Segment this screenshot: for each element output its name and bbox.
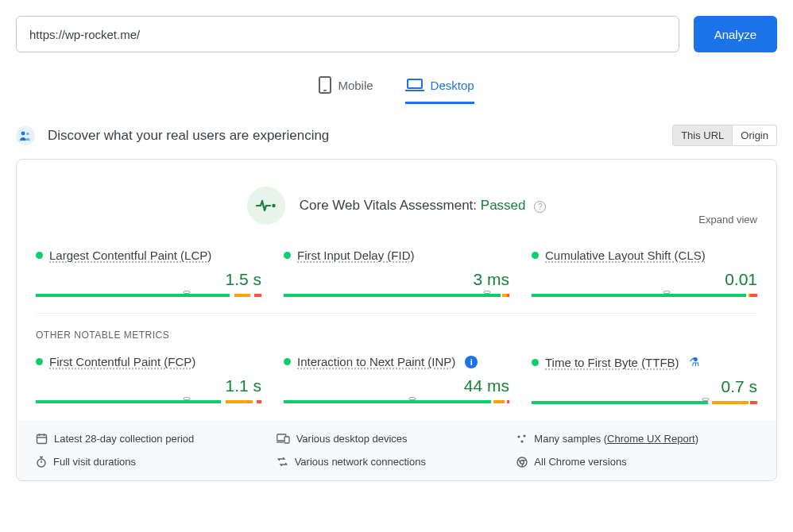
- vitals-footer: Latest 28-day collection period Various …: [17, 420, 776, 480]
- metric-value: 0.01: [532, 270, 757, 289]
- status-dot: [36, 252, 43, 259]
- discover-heading: Discover what your real users are experi…: [48, 128, 329, 144]
- tab-desktop[interactable]: Desktop: [405, 70, 474, 104]
- svg-rect-3: [405, 90, 424, 91]
- tab-mobile[interactable]: Mobile: [319, 70, 373, 104]
- vitals-card: Core Web Vitals Assessment: Passed ? Exp…: [16, 159, 777, 481]
- scope-origin-button[interactable]: Origin: [733, 125, 777, 146]
- distribution-bar: [36, 294, 261, 297]
- svg-point-14: [518, 435, 520, 438]
- scatter-icon: [516, 434, 528, 445]
- percentile-marker: [702, 398, 709, 401]
- url-input[interactable]: [16, 16, 679, 52]
- network-icon: [277, 457, 288, 467]
- svg-point-15: [524, 434, 526, 437]
- devices-icon: [277, 434, 290, 444]
- metric-value: 3 ms: [284, 270, 509, 289]
- metric-name[interactable]: First Input Delay (FID): [297, 249, 415, 262]
- distribution-bar: [284, 400, 509, 403]
- status-dot: [532, 252, 539, 259]
- help-icon[interactable]: ?: [534, 201, 546, 213]
- metric-value: 44 ms: [284, 376, 509, 395]
- footer-durations: Full visit durations: [36, 456, 277, 468]
- assessment-status: Passed: [481, 198, 526, 213]
- svg-point-6: [272, 204, 275, 207]
- percentile-marker: [408, 397, 416, 400]
- status-dot: [36, 358, 43, 365]
- svg-point-4: [21, 131, 25, 135]
- assessment-row: Core Web Vitals Assessment: Passed ? Exp…: [17, 160, 776, 234]
- assessment-label: Core Web Vitals Assessment: Passed ?: [300, 198, 546, 214]
- footer-network: Various network connections: [277, 456, 517, 468]
- svg-rect-1: [323, 90, 327, 91]
- calendar-icon: [36, 433, 48, 445]
- scope-segmented: This URL Origin: [672, 125, 777, 146]
- metric-value: 0.7 s: [532, 377, 757, 396]
- distribution-bar: [284, 294, 509, 297]
- footer-period: Latest 28-day collection period: [36, 433, 277, 445]
- distribution-bar: [532, 294, 757, 297]
- info-icon[interactable]: i: [465, 356, 478, 368]
- footer-browsers: All Chrome versions: [516, 456, 757, 468]
- metric-name[interactable]: Cumulative Layout Shift (CLS): [545, 249, 706, 262]
- footer-samples: Many samples (Chrome UX Report): [516, 433, 757, 445]
- metric-name[interactable]: First Contentful Paint (FCP): [49, 355, 195, 368]
- device-tabs: Mobile Desktop: [16, 70, 777, 104]
- footer-devices: Various desktop devices: [277, 433, 517, 445]
- metric-value: 1.1 s: [36, 376, 261, 395]
- status-dot: [284, 358, 291, 365]
- metric-fcp: First Contentful Paint (FCP)1.1 s: [36, 355, 261, 404]
- tab-mobile-label: Mobile: [338, 79, 373, 92]
- percentile-marker: [184, 397, 191, 400]
- core-metrics-grid: Largest Contentful Paint (LCP)1.5 s Firs…: [17, 234, 776, 313]
- chrome-icon: [516, 457, 528, 468]
- flask-icon: ⚗: [689, 355, 699, 369]
- status-dot: [532, 359, 539, 366]
- other-metrics-grid: First Contentful Paint (FCP)1.1 s Intera…: [17, 341, 776, 420]
- percentile-marker: [184, 291, 191, 294]
- metric-lcp: Largest Contentful Paint (LCP)1.5 s: [36, 249, 261, 297]
- metric-name[interactable]: Interaction to Next Paint (INP): [297, 355, 455, 368]
- phone-icon: [319, 76, 331, 94]
- laptop-icon: [405, 78, 424, 92]
- discover-row: Discover what your real users are experi…: [16, 125, 777, 146]
- users-icon: [16, 126, 35, 145]
- svg-point-5: [26, 132, 29, 135]
- metric-cls: Cumulative Layout Shift (CLS)0.01: [532, 249, 757, 297]
- expand-view-link[interactable]: Expand view: [698, 214, 757, 226]
- svg-rect-7: [37, 435, 47, 444]
- stopwatch-icon: [36, 456, 47, 468]
- svg-rect-12: [284, 437, 289, 443]
- url-bar: Analyze: [16, 16, 777, 52]
- distribution-bar: [532, 401, 757, 404]
- metric-ttfb: Time to First Byte (TTFB)⚗0.7 s: [532, 355, 757, 404]
- tab-desktop-label: Desktop: [431, 79, 474, 92]
- chrome-ux-report-link[interactable]: Chrome UX Report: [607, 433, 695, 445]
- metric-name[interactable]: Time to First Byte (TTFB): [545, 356, 679, 369]
- svg-rect-2: [408, 79, 422, 88]
- other-metrics-heading: OTHER NOTABLE METRICS: [17, 314, 776, 341]
- metric-value: 1.5 s: [36, 270, 261, 289]
- metric-fid: First Input Delay (FID)3 ms: [284, 249, 509, 297]
- status-dot: [284, 252, 291, 259]
- percentile-marker: [663, 291, 671, 294]
- analyze-button[interactable]: Analyze: [694, 16, 777, 52]
- pulse-icon: [247, 187, 285, 225]
- scope-this-url-button[interactable]: This URL: [672, 125, 733, 146]
- distribution-bar: [36, 400, 261, 403]
- percentile-marker: [483, 291, 490, 294]
- metric-name[interactable]: Largest Contentful Paint (LCP): [49, 249, 211, 262]
- svg-point-16: [521, 440, 524, 442]
- metric-inp: Interaction to Next Paint (INP)i44 ms: [284, 355, 509, 404]
